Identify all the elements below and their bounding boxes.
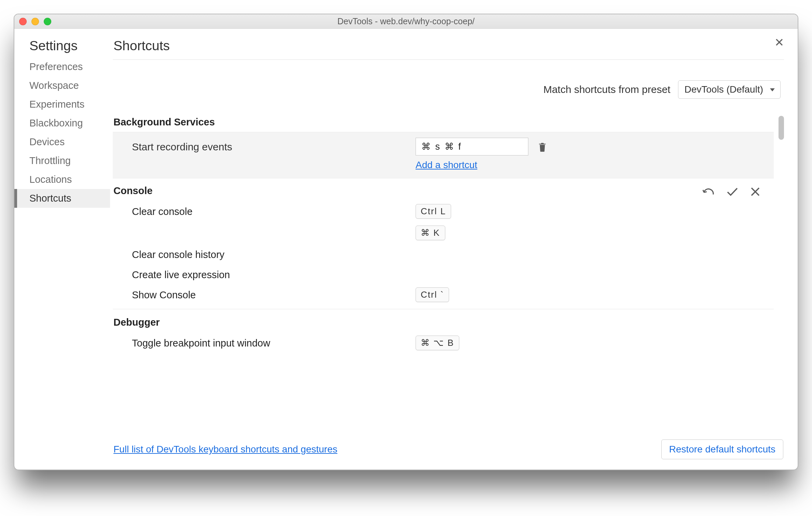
shortcut-label: Toggle breakpoint input window <box>132 336 416 349</box>
shortcut-keycap: ⌘ ⌥ B <box>416 336 459 350</box>
section-title-console: Console <box>113 178 774 201</box>
main-panel: ✕ Shortcuts Match shortcuts from preset … <box>110 29 798 470</box>
shortcut-row[interactable]: Clear console Ctrl L <box>113 201 774 222</box>
preset-selected-value: DevTools (Default) <box>685 84 763 95</box>
divider <box>113 309 774 309</box>
restore-defaults-button[interactable]: Restore default shortcuts <box>661 439 783 459</box>
close-window-button[interactable] <box>19 18 27 25</box>
settings-sidebar: Settings Preferences Workspace Experimen… <box>14 29 110 470</box>
shortcut-label-empty <box>132 226 416 228</box>
shortcut-label: Start recording events <box>132 138 416 153</box>
devtools-settings-window: DevTools - web.dev/why-coop-coep/ Settin… <box>14 14 798 470</box>
window-traffic-lights <box>19 18 51 25</box>
shortcut-row-alt: ⌘ K <box>113 222 774 244</box>
shortcut-row[interactable]: Clear console history <box>113 244 774 264</box>
shortcut-keycap: Ctrl ` <box>416 287 449 302</box>
shortcut-row-editing: Start recording events ⌘ s ⌘ f <box>113 132 774 178</box>
scrollbar-thumb[interactable] <box>779 116 784 140</box>
add-shortcut-link[interactable]: Add a shortcut <box>416 160 547 171</box>
revert-icon[interactable] <box>702 187 714 196</box>
section-title-debugger: Debugger <box>113 313 774 332</box>
preset-label: Match shortcuts from preset <box>543 84 671 95</box>
shortcut-row[interactable]: Toggle breakpoint input window ⌘ ⌥ B <box>113 332 774 354</box>
sidebar-item-locations[interactable]: Locations <box>14 170 110 189</box>
sidebar-item-experiments[interactable]: Experiments <box>14 95 110 114</box>
zoom-window-button[interactable] <box>44 18 51 25</box>
shortcut-label: Clear console history <box>132 247 416 260</box>
close-settings-button[interactable]: ✕ <box>774 36 784 49</box>
shortcut-row[interactable]: Create live expression <box>113 264 774 284</box>
shortcut-keycap: Ctrl L <box>416 204 451 219</box>
shortcut-label: Show Console <box>132 287 416 301</box>
window-title: DevTools - web.dev/why-coop-coep/ <box>14 16 798 26</box>
shortcut-keycap: ⌘ K <box>416 226 445 240</box>
shortcut-input-value: ⌘ s ⌘ f <box>421 141 462 152</box>
preset-select[interactable]: DevTools (Default) <box>678 80 781 99</box>
cancel-icon[interactable] <box>750 187 760 196</box>
edit-actions <box>702 187 760 196</box>
shortcut-label: Create live expression <box>132 267 416 281</box>
page-title: Shortcuts <box>113 29 784 59</box>
shortcut-input[interactable]: ⌘ s ⌘ f <box>416 138 528 155</box>
sidebar-item-preferences[interactable]: Preferences <box>14 57 110 76</box>
minimize-window-button[interactable] <box>31 18 39 25</box>
shortcuts-scroll-area: Background Services Start recording even… <box>113 112 784 433</box>
shortcut-row[interactable]: Show Console Ctrl ` <box>113 284 774 305</box>
shortcut-label: Clear console <box>132 204 416 217</box>
confirm-icon[interactable] <box>727 187 738 196</box>
sidebar-item-workspace[interactable]: Workspace <box>14 76 110 95</box>
sidebar-item-shortcuts[interactable]: Shortcuts <box>14 189 110 208</box>
section-title-background-services: Background Services <box>113 112 774 132</box>
full-shortcut-list-link[interactable]: Full list of DevTools keyboard shortcuts… <box>113 444 337 455</box>
delete-shortcut-icon[interactable] <box>538 141 547 152</box>
sidebar-item-throttling[interactable]: Throttling <box>14 151 110 170</box>
sidebar-item-devices[interactable]: Devices <box>14 133 110 151</box>
sidebar-title: Settings <box>14 38 110 57</box>
sidebar-item-blackboxing[interactable]: Blackboxing <box>14 114 110 133</box>
window-titlebar: DevTools - web.dev/why-coop-coep/ <box>14 14 798 29</box>
footer: Full list of DevTools keyboard shortcuts… <box>113 433 784 470</box>
